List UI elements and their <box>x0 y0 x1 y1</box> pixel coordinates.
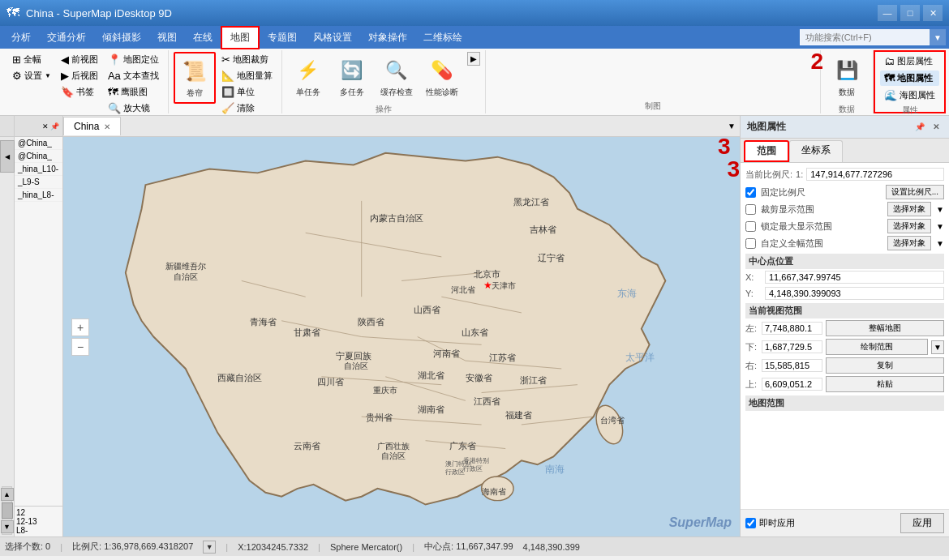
scale-dropdown-btn[interactable]: ▼ <box>203 541 216 554</box>
text-search-btn[interactable]: Aa 文本查找 <box>104 68 163 83</box>
magnifier-label: 放大镜 <box>123 102 150 114</box>
lock-max-checkbox[interactable] <box>745 221 756 232</box>
menu-item-style[interactable]: 风格设置 <box>305 28 360 48</box>
minimize-button[interactable]: — <box>878 5 897 21</box>
layer-item-1[interactable]: @China_ <box>15 150 62 163</box>
label-anhui: 安徽省 <box>466 373 492 383</box>
layer-item-0[interactable]: @China_ <box>15 137 62 150</box>
data-btn[interactable]: 💾 数据 <box>826 52 868 102</box>
close-button[interactable]: ✕ <box>923 5 943 21</box>
vr-bottom-input[interactable] <box>762 340 822 353</box>
clear-btn[interactable]: 🧹 清除 <box>217 100 277 116</box>
custom-dropdown-icon[interactable]: ▼ <box>936 239 944 248</box>
prev-view-btn[interactable]: ◀ 前视图 <box>57 52 102 67</box>
draw-range-btn[interactable]: 绘制范围 <box>826 339 928 355</box>
bookmark-btn[interactable]: 🔖 书签 <box>57 84 102 100</box>
panel-close-btn[interactable]: ✕ <box>930 121 943 134</box>
map-prop-btn[interactable]: 🗺 地图属性 <box>880 71 939 86</box>
scroll-btn[interactable]: 📜 卷帘 <box>174 52 216 104</box>
operation-expand-btn[interactable]: ▶ <box>467 52 480 66</box>
scroll-thumb <box>2 502 13 519</box>
map-svg: 黑龙江省 吉林省 辽宁省 内蒙古自治区 新疆维吾尔 自治区 西藏自治区 青海省 … <box>63 137 740 536</box>
locate-btn[interactable]: 📍 地图定位 <box>104 52 163 67</box>
tab-coordinate[interactable]: 坐标系 <box>789 140 843 162</box>
set-scale-btn[interactable]: 设置比例尺... <box>886 185 944 199</box>
clip-select-btn[interactable]: 选择对象 <box>887 202 931 216</box>
fullscreen-btn[interactable]: ⊞ 全幅 <box>8 52 55 67</box>
perf-diag-btn[interactable]: 💊 性能诊断 <box>420 52 464 102</box>
lock-select-btn[interactable]: 选择对象 <box>887 219 931 233</box>
crop-btn[interactable]: ✂ 地图裁剪 <box>217 52 277 67</box>
clip-range-checkbox[interactable] <box>745 204 756 215</box>
search-input[interactable] <box>800 29 930 45</box>
map-view[interactable]: 黑龙江省 吉林省 辽宁省 内蒙古自治区 新疆维吾尔 自治区 西藏自治区 青海省 … <box>63 137 740 536</box>
measure-btn[interactable]: 📐 地图量算 <box>217 68 277 83</box>
panel-pin-btn[interactable]: 📌 <box>913 121 926 134</box>
layer-item-2[interactable]: _hina_L10- <box>15 163 62 176</box>
lock-max-label: 锁定最大显示范围 <box>761 220 832 233</box>
unit-btn[interactable]: 🔲 单位 <box>217 84 277 100</box>
clip-dropdown-icon[interactable]: ▼ <box>936 205 944 214</box>
sidebar-expand-1[interactable]: ◀ <box>0 140 15 173</box>
vr-left-input[interactable] <box>762 322 822 335</box>
attr-tabs: 范围 坐标系 <box>741 139 949 163</box>
full-map-btn[interactable]: 整幅地图 <box>826 320 944 336</box>
layer-item-4[interactable]: _hina_L8- <box>15 189 62 202</box>
cache-check-btn[interactable]: 🔍 缓存检查 <box>375 52 419 102</box>
zoom-out-btn[interactable]: − <box>71 338 89 356</box>
instant-apply-checkbox[interactable] <box>745 518 756 528</box>
sea-prop-btn[interactable]: 🌊 海图属性 <box>880 88 939 103</box>
layer-prop-btn[interactable]: 🗂 图层属性 <box>880 53 939 69</box>
menu-item-traffic[interactable]: 交通分析 <box>39 28 94 48</box>
zoom-in-btn[interactable]: + <box>71 318 89 336</box>
restore-button[interactable]: □ <box>900 5 920 21</box>
map-expand-btn[interactable]: ▼ <box>724 118 740 135</box>
single-task-icon: ⚡ <box>294 56 323 85</box>
layer-panel-close[interactable]: ✕ <box>42 122 49 130</box>
multi-task-btn[interactable]: 🔄 多任务 <box>331 52 373 102</box>
copy-btn[interactable]: 复制 <box>826 357 944 374</box>
data-label: 数据 <box>839 87 855 98</box>
menu-item-view[interactable]: 视图 <box>149 28 185 48</box>
menu-item-analysis[interactable]: 分析 <box>3 28 39 48</box>
measure-icon: 📐 <box>221 70 234 82</box>
settings-btn[interactable]: ⚙ 设置 ▼ <box>8 68 55 83</box>
map-tab-close[interactable]: ✕ <box>104 122 110 131</box>
fixed-scale-checkbox[interactable] <box>745 187 756 198</box>
menu-item-oblique[interactable]: 倾斜摄影 <box>94 28 149 48</box>
scroll-up-area[interactable]: ▲ ▼ <box>2 486 12 535</box>
scroll-down-btn[interactable]: ▼ <box>1 520 14 533</box>
coord-x-input[interactable] <box>765 271 944 284</box>
vr-top-input[interactable] <box>762 378 822 391</box>
coord-y-input[interactable] <box>765 287 944 300</box>
single-task-btn[interactable]: ⚡ 单任务 <box>287 52 329 102</box>
eagle-eye-btn[interactable]: 🗺 鹰眼图 <box>104 84 163 100</box>
custom-select-btn[interactable]: 选择对象 <box>887 236 931 250</box>
menu-item-map[interactable]: 地图 <box>221 26 260 49</box>
next-label: 后视图 <box>71 70 98 82</box>
lock-dropdown-icon[interactable]: ▼ <box>936 222 944 231</box>
map-range-title: 地图范围 <box>745 395 944 411</box>
menu-item-object[interactable]: 对象操作 <box>360 28 415 48</box>
title-bar-left: 🗺 China - SuperMap iDesktop 9D <box>6 6 172 20</box>
custom-full-checkbox[interactable] <box>745 238 756 249</box>
paste-btn[interactable]: 粘贴 <box>826 376 944 392</box>
menu-item-thematic[interactable]: 专题图 <box>260 28 305 48</box>
tab-range[interactable]: 范围 <box>744 140 789 162</box>
layer-panel-pin[interactable]: 📌 <box>50 122 59 130</box>
scroll-up-btn[interactable]: ▲ <box>1 488 14 501</box>
apply-btn[interactable]: 应用 <box>900 513 944 533</box>
label-liaoning: 辽宁省 <box>538 253 565 263</box>
vr-right-input[interactable] <box>762 359 822 372</box>
next-view-btn[interactable]: ▶ 后视图 <box>57 68 102 83</box>
draw-range-dropdown[interactable]: ▼ <box>931 340 944 354</box>
menu-item-online[interactable]: 在线 <box>185 28 221 48</box>
menu-expand-button[interactable]: ▼ <box>930 29 946 45</box>
map-tab-china[interactable]: China ✕ <box>63 117 121 135</box>
sidebar-top-bar <box>0 116 14 137</box>
layer-item-3[interactable]: _L9-S <box>15 176 62 189</box>
menu-item-2d[interactable]: 二维标绘 <box>415 28 470 48</box>
magnifier-btn[interactable]: 🔍 放大镜 <box>104 100 163 116</box>
ribbon-property-items: 🗂 图层属性 🗺 地图属性 🌊 海图属性 <box>880 53 939 103</box>
scale-value-input[interactable] <box>806 168 944 181</box>
